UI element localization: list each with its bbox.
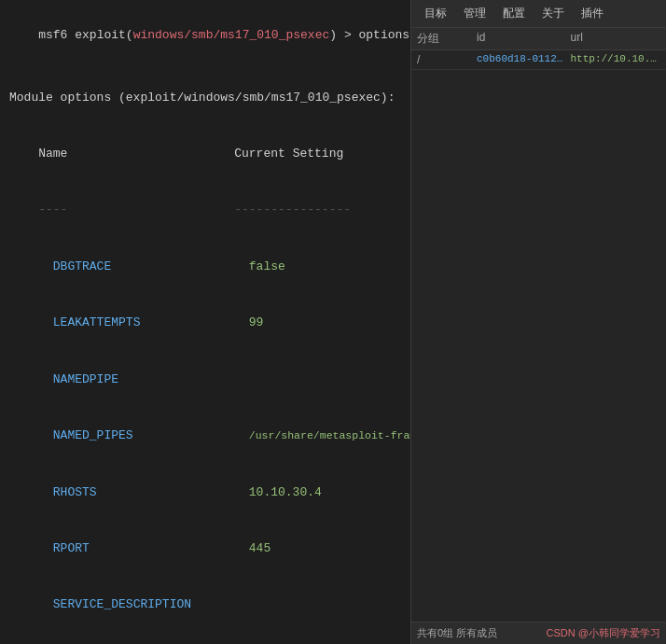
terminal: msf6 exploit(windows/smb/ms17_010_psexec… (0, 0, 410, 644)
panel-footer: 共有0组 所有成员 CSDN @小韩同学爱学习 (411, 622, 666, 644)
param-RHOSTS: RHOSTS10.10.30.4 (9, 464, 401, 520)
prompt-suffix: ) > (329, 28, 358, 42)
param-NAMED_PIPES: NAMED_PIPES/usr/share/metasploit-framewo… (9, 408, 401, 464)
footer-watermark: CSDN @小韩同学爱学习 (547, 626, 660, 640)
param-SERVICE_DISPLAY_NAME: SERVICE_DISPLAY_NAME (9, 634, 401, 644)
module-col-headers: NameCurrent Setting (9, 126, 401, 182)
nav-target[interactable]: 目标 (417, 4, 454, 23)
col-id: id (477, 31, 567, 47)
footer-count: 共有0组 所有成员 (417, 626, 497, 640)
prompt-line: msf6 exploit(windows/smb/ms17_010_psexec… (9, 7, 401, 63)
param-SERVICE_DESCRIPTION: SERVICE_DESCRIPTION (9, 577, 401, 633)
cell-id: c0b60d18-0112-4dd4... (477, 53, 567, 66)
col-url: url (571, 31, 661, 47)
prompt-command: options (359, 28, 410, 42)
param-NAMEDPIPE: NAMEDPIPE (9, 352, 401, 408)
right-panel: 目标 管理 配置 关于 插件 分组 id url / c0b60d18-0112… (410, 0, 666, 644)
module-options-header: Module options (exploit/windows/smb/ms17… (9, 89, 401, 107)
param-RPORT: RPORT445 (9, 521, 401, 577)
prompt-module: windows/smb/ms17_010_psexec (133, 28, 330, 42)
prompt-prefix: msf6 exploit( (38, 28, 132, 42)
nav-about[interactable]: 关于 (534, 4, 572, 23)
param-LEAKATTEMPTS: LEAKATTEMPTS99 (9, 295, 401, 351)
col-group: 分组 (417, 31, 473, 47)
param-DBGTRACE: DBGTRACEfalse (9, 239, 401, 295)
module-params-list: DBGTRACEfalse LEAKATTEMPTS99 NAMEDPIPE N… (9, 239, 401, 644)
nav-config[interactable]: 配置 (495, 4, 533, 23)
nav-plugin[interactable]: 插件 (574, 4, 611, 23)
panel-nav: 目标 管理 配置 关于 插件 (411, 0, 666, 28)
cell-group: / (417, 53, 473, 66)
module-col-separators: -------------------- (9, 182, 401, 238)
cell-url: http://10.10.2... (571, 53, 661, 66)
panel-table-header: 分组 id url (411, 28, 666, 50)
panel-data-row[interactable]: / c0b60d18-0112-4dd4... http://10.10.2..… (411, 50, 666, 70)
nav-manage[interactable]: 管理 (456, 4, 493, 23)
